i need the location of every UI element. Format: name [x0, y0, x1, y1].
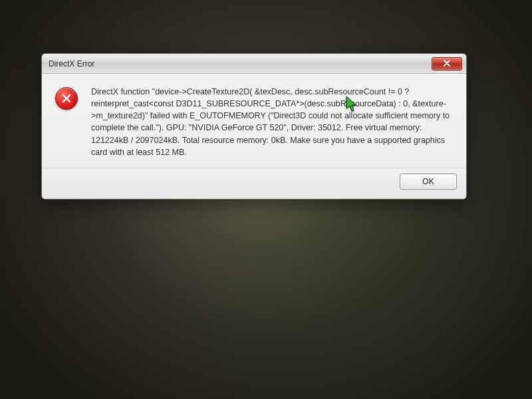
- dialog-titlebar[interactable]: DirectX Error: [42, 54, 466, 74]
- dialog-icon-column: [55, 86, 82, 158]
- desktop-wallpaper: DirectX Error DirectX function "device->…: [0, 0, 532, 399]
- dialog-message: DirectX function "device->CreateTexture2…: [91, 86, 453, 158]
- mouse-cursor: [346, 96, 358, 115]
- error-icon: [55, 87, 78, 110]
- dialog-body: DirectX function "device->CreateTexture2…: [42, 74, 466, 168]
- dialog-title: DirectX Error: [49, 59, 432, 68]
- close-button[interactable]: [432, 57, 462, 70]
- error-dialog: DirectX Error DirectX function "device->…: [41, 53, 467, 200]
- dialog-footer: OK: [42, 168, 466, 199]
- ok-button[interactable]: OK: [400, 174, 457, 190]
- close-icon: [444, 60, 450, 68]
